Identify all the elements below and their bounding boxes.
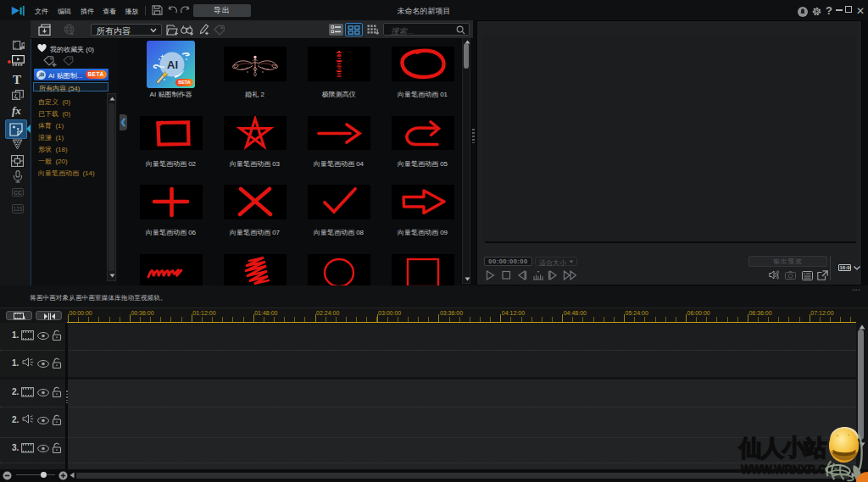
svg-text:AI: AI: [40, 73, 44, 77]
svg-text:AI: AI: [167, 58, 178, 71]
